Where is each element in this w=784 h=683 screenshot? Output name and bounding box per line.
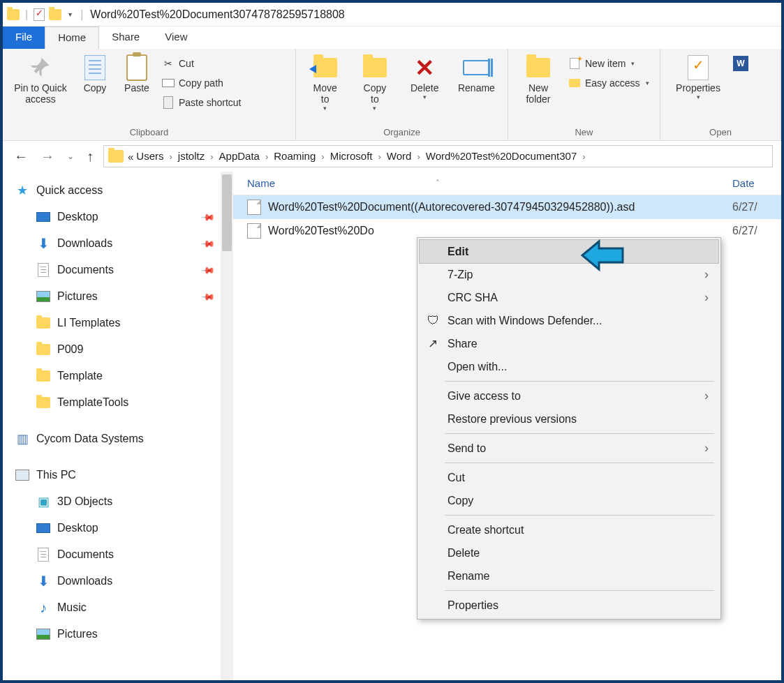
- folder-icon: [36, 343, 50, 356]
- nav-sidebar: ★ Quick access Desktop📌⬇Downloads📌Docume…: [3, 172, 233, 680]
- sidebar-item[interactable]: Desktop📌: [15, 204, 233, 230]
- sidebar-item[interactable]: TemplateTools: [15, 389, 233, 416]
- breadcrumb-segment[interactable]: jstoltz: [177, 150, 206, 162]
- context-menu-item[interactable]: Delete: [420, 541, 718, 564]
- sidebar-item[interactable]: Documents: [15, 541, 233, 568]
- copy-label: Copy: [84, 82, 107, 93]
- sidebar-item[interactable]: ▣3D Objects: [15, 488, 233, 515]
- context-menu-item[interactable]: Cut: [420, 466, 718, 489]
- sidebar-scrollbar[interactable]: [221, 172, 233, 680]
- shield-icon: 🛡: [425, 314, 441, 328]
- server-icon: ▥: [15, 433, 29, 445]
- breadcrumb-segment[interactable]: AppData: [218, 150, 261, 162]
- sidebar-item[interactable]: Pictures📌: [15, 283, 233, 310]
- forward-button[interactable]: →: [38, 149, 57, 165]
- new-folder-button[interactable]: New folder: [512, 52, 564, 105]
- column-name[interactable]: Name˄: [247, 177, 732, 189]
- qat-dropdown-icon[interactable]: ▾: [66, 10, 75, 18]
- tab-share[interactable]: Share: [99, 27, 152, 49]
- tab-view[interactable]: View: [152, 27, 200, 49]
- properties-label: Properties: [676, 82, 720, 93]
- share-icon: ↗: [425, 336, 441, 351]
- context-menu: Edit7-Zip›CRC SHA›🛡Scan with Windows Def…: [417, 237, 721, 620]
- paste-label: Paste: [124, 82, 149, 93]
- context-menu-item[interactable]: Give access to›: [420, 384, 718, 407]
- column-date[interactable]: Date: [732, 177, 781, 189]
- nav-bar: ← → ⌄ ↑ « Users›jstoltz›AppData›Roaming›…: [3, 141, 781, 172]
- tab-file[interactable]: File: [3, 27, 45, 49]
- sidebar-item[interactable]: ⬇Downloads📌: [15, 230, 233, 257]
- context-menu-item[interactable]: Open with...: [420, 355, 718, 378]
- address-bar[interactable]: « Users›jstoltz›AppData›Roaming›Microsof…: [103, 145, 773, 167]
- ribbon-group-clipboard: Pin to Quick access Copy Paste ✂Cut Copy…: [3, 49, 296, 140]
- context-menu-item[interactable]: Restore previous versions: [420, 407, 718, 430]
- sidebar-item[interactable]: Desktop: [15, 515, 233, 541]
- breadcrumb-segment[interactable]: Word: [385, 150, 413, 162]
- context-menu-item[interactable]: Create shortcut: [420, 518, 718, 541]
- menu-item-label: Send to: [448, 442, 486, 455]
- tab-home[interactable]: Home: [45, 27, 99, 49]
- rename-label: Rename: [458, 82, 495, 93]
- breadcrumb-segment[interactable]: Microsoft: [329, 150, 374, 162]
- context-menu-item[interactable]: 7-Zip›: [420, 263, 718, 286]
- easy-access-icon: [569, 79, 580, 87]
- sidebar-cycom[interactable]: ▥ Cycom Data Systems: [15, 426, 233, 452]
- 3d-icon: ▣: [36, 495, 50, 508]
- scroll-thumb[interactable]: [222, 174, 232, 251]
- copy-to-button[interactable]: Copy to▾: [350, 52, 399, 112]
- menu-item-label: Scan with Windows Defender...: [448, 315, 602, 327]
- delete-button[interactable]: ✕ Delete▾: [400, 52, 450, 100]
- sidebar-this-pc[interactable]: This PC: [15, 462, 233, 488]
- pin-label: Pin to Quick access: [14, 82, 66, 105]
- sidebar-quick-access[interactable]: ★ Quick access: [15, 177, 233, 204]
- back-button[interactable]: ←: [11, 149, 31, 165]
- recent-menu-icon[interactable]: ⌄: [64, 151, 77, 161]
- properties-button[interactable]: Properties▾: [665, 52, 732, 100]
- sidebar-item[interactable]: ♪Music: [15, 594, 233, 621]
- context-menu-item[interactable]: Edit: [420, 240, 718, 263]
- file-row[interactable]: Word%20Test%20Document((Autorecovered-30…: [233, 195, 781, 219]
- file-icon: [247, 200, 261, 215]
- scissors-icon: ✂: [162, 57, 175, 70]
- context-menu-item[interactable]: 🛡Scan with Windows Defender...: [420, 309, 718, 332]
- breadcrumb-segment[interactable]: Roaming: [272, 150, 317, 162]
- context-menu-item[interactable]: CRC SHA›: [420, 286, 718, 309]
- properties-icon[interactable]: [34, 8, 45, 21]
- cut-button[interactable]: ✂Cut: [159, 54, 244, 73]
- easy-access-button[interactable]: Easy access▾: [565, 74, 652, 92]
- context-menu-item[interactable]: Properties: [420, 594, 718, 617]
- context-menu-item[interactable]: Send to›: [420, 437, 718, 460]
- qat-separator: |: [24, 8, 29, 21]
- context-menu-item[interactable]: Copy: [420, 489, 718, 512]
- copy-button[interactable]: Copy: [74, 52, 116, 93]
- sidebar-item-label: P009: [57, 343, 83, 356]
- paste-button[interactable]: Paste: [116, 52, 158, 93]
- sidebar-item[interactable]: Template: [15, 363, 233, 389]
- context-menu-item[interactable]: ↗Share: [420, 332, 718, 355]
- sidebar-item[interactable]: ⬇Downloads: [15, 568, 233, 594]
- copy-path-icon: [162, 79, 175, 87]
- pin-to-quick-access-button[interactable]: Pin to Quick access: [7, 52, 74, 105]
- cycom-label: Cycom Data Systems: [36, 433, 144, 445]
- new-item-button[interactable]: New item▾: [565, 54, 652, 73]
- group-label-organize: Organize: [300, 126, 503, 139]
- sort-indicator-icon: ˄: [436, 179, 440, 188]
- sidebar-item[interactable]: Documents📌: [15, 257, 233, 283]
- crumb-prefix: «: [126, 151, 135, 163]
- chevron-right-icon: ›: [704, 441, 709, 456]
- copy-path-button[interactable]: Copy path: [159, 74, 244, 92]
- sidebar-item[interactable]: LI Templates: [15, 310, 233, 336]
- paste-shortcut-button[interactable]: Paste shortcut: [159, 93, 244, 112]
- context-menu-item[interactable]: Rename: [420, 564, 718, 587]
- folder-icon: [36, 396, 50, 409]
- menu-item-label: Properties: [448, 599, 498, 612]
- sidebar-item[interactable]: P009: [15, 336, 233, 363]
- sidebar-item[interactable]: Pictures: [15, 621, 233, 647]
- up-button[interactable]: ↑: [84, 149, 96, 165]
- open-folder-icon[interactable]: [49, 9, 61, 20]
- breadcrumb-segment[interactable]: Word%20Test%20Document307: [424, 150, 579, 162]
- word-icon[interactable]: W: [733, 56, 748, 71]
- rename-button[interactable]: Rename: [450, 52, 503, 93]
- breadcrumb-segment[interactable]: Users: [135, 150, 165, 162]
- move-to-button[interactable]: Move to▾: [300, 52, 350, 112]
